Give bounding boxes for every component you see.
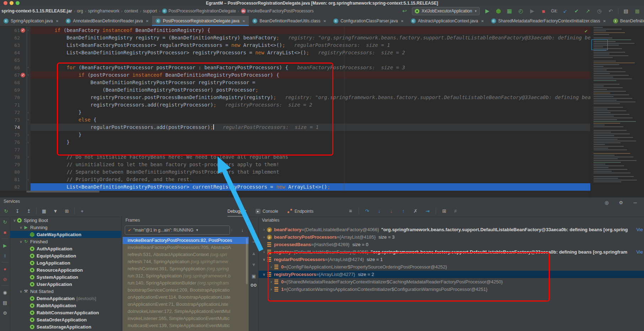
breadcrumb-item[interactable]: minvokeBeanFactoryPostProcessors <box>240 9 315 13</box>
editor-gutter[interactable]: 65 <box>0 56 31 64</box>
code-text[interactable]: if (beanFactory instanceof BeanDefinitio… <box>31 27 591 34</box>
chevron-expand-icon[interactable]: ∨ <box>12 218 17 222</box>
layout-icon[interactable]: ▤ <box>1 299 9 306</box>
view-breakpoints-icon[interactable]: ⊘ <box>1 275 9 283</box>
tab-close-icon[interactable]: ✕ <box>401 19 403 23</box>
tree-row[interactable]: RabbitConsumerApplication <box>10 309 121 316</box>
fold-marker-icon[interactable]: ▿ <box>27 27 29 34</box>
code-line[interactable]: 78▿ // Do not initialize FactoryBeans he… <box>0 153 591 161</box>
code-line[interactable]: 66▿ for (BeanFactoryPostProcessor postPr… <box>0 64 591 71</box>
collapse-all-icon[interactable]: ↥ <box>25 207 33 215</box>
fold-marker-icon[interactable]: ▿ <box>27 153 29 161</box>
code-line[interactable]: 73▿ else { <box>0 116 591 124</box>
tree-row[interactable]: GateWayApplication <box>10 231 121 238</box>
code-line[interactable]: 64 List<BeanDefinitionRegistryPostProces… <box>0 49 591 56</box>
code-line[interactable]: 76▵ } <box>0 139 591 146</box>
tab-endpoints[interactable]: Endpoints <box>288 206 313 217</box>
frame-row[interactable]: run:140, SpringApplicationBuilder (org.s… <box>123 280 249 287</box>
code-line[interactable]: 63 List<BeanFactoryPostProcessor> regula… <box>0 42 591 49</box>
resume-icon[interactable]: ▶ <box>1 242 9 249</box>
fold-marker-icon[interactable]: ▵ <box>27 109 29 116</box>
chevron-expand-icon[interactable]: ∨ <box>261 257 267 261</box>
group-by-icon[interactable]: ▦ <box>40 207 48 215</box>
git-update-icon[interactable]: ↙ <box>561 7 569 15</box>
show-watches-icon[interactable]: OO <box>251 283 257 287</box>
variable-row[interactable]: ›0 = {SharedMetadataReaderFactoryContext… <box>258 278 644 286</box>
code-lines[interactable]: 61✓▿ if (beanFactory instanceof BeanDefi… <box>0 27 591 191</box>
tab-console[interactable]: ▸Console <box>256 206 278 217</box>
editor-gutter[interactable]: 70 <box>0 94 31 101</box>
code-text[interactable]: } <box>31 139 591 146</box>
variable-row[interactable]: ›0 = {ConfigFileApplicationListener$Prop… <box>258 263 644 271</box>
code-line[interactable]: 79 // uninitialized to let the bean fact… <box>0 161 591 168</box>
tab-close-icon[interactable]: ✕ <box>481 19 484 23</box>
tab-configurationclassparser-java[interactable]: CConfigurationClassParser.java✕ <box>330 16 407 26</box>
tree-row[interactable]: ∨↻Finished <box>10 238 121 245</box>
variable-row[interactable]: ›registry = {DefaultListableBeanFactory@… <box>258 248 644 256</box>
code-line[interactable]: 72▵ } <box>0 109 591 116</box>
minimap-viewport[interactable] <box>591 39 608 50</box>
code-line[interactable]: 65 <box>0 56 591 64</box>
code-line[interactable]: 77 <box>0 146 591 153</box>
editor-gutter[interactable]: 69 <box>0 86 31 94</box>
code-text[interactable]: // Do not initialize FactoryBeans here: … <box>31 153 591 161</box>
debug-bug-icon[interactable] <box>495 7 502 15</box>
code-text[interactable]: List<BeanDefinitionRegistryPostProcessor… <box>31 49 591 56</box>
variable-row[interactable]: ›pbeanFactory = {DefaultListableBeanFact… <box>258 226 644 233</box>
editor-gutter[interactable]: 75▵ <box>0 131 31 139</box>
code-text[interactable]: registryProcessor.postProcessBeanDefinit… <box>31 94 591 101</box>
profiler-icon[interactable]: ◴ <box>517 7 525 15</box>
editor-gutter[interactable]: 79 <box>0 161 31 168</box>
rerun-icon[interactable]: ↻ <box>1 218 9 226</box>
coverage-icon[interactable]: ▦ <box>505 7 513 15</box>
chevron-collapsed-icon[interactable]: › <box>261 235 267 239</box>
code-text[interactable]: registryProcessors.add(registryProcessor… <box>31 101 591 109</box>
up-arrow-icon[interactable]: ↑ <box>228 226 236 234</box>
editor-gutter[interactable]: 72▵ <box>0 109 31 116</box>
code-line[interactable]: 68 BeanDefinitionRegistryPostProcessor r… <box>0 79 591 86</box>
step-over-icon[interactable]: ↷ <box>363 207 371 215</box>
variable-row[interactable]: ›1 = {ConfigurationWarningsApplicationCo… <box>258 286 644 293</box>
editor-gutter[interactable]: 68 <box>0 79 31 86</box>
tab-springapplication-java[interactable]: CSpringApplication.java✕ <box>0 16 62 26</box>
tab-abstractapplicationcontext-java[interactable]: CAbstractApplicationContext.java✕ <box>407 16 488 26</box>
editor-gutter[interactable]: 66▿ <box>0 64 31 71</box>
hide-icon[interactable]: ─ <box>631 199 639 206</box>
editor-gutter[interactable]: 62 <box>0 34 31 42</box>
tree-row[interactable]: ∨⚒Not Started <box>10 288 121 295</box>
tab-close-icon[interactable]: ✕ <box>242 19 245 23</box>
stop-icon[interactable]: ■ <box>1 228 9 236</box>
move-down-icon[interactable]: ▼ <box>250 261 258 268</box>
force-step-into-icon[interactable]: ↓ <box>387 207 395 215</box>
mute-breakpoints-icon[interactable]: ● <box>1 265 9 273</box>
tree-row[interactable]: SeataStorageApplication <box>10 323 121 330</box>
chevron-collapsed-icon[interactable]: › <box>261 228 267 232</box>
code-line[interactable]: 82 List<BeanDefinitionRegistryPostProces… <box>0 183 591 191</box>
breadcrumb-item[interactable]: support <box>142 9 158 13</box>
editor-gutter[interactable]: 64 <box>0 49 31 56</box>
services-tree[interactable]: ∨Spring Boot∨▶RunningGateWayApplication∨… <box>10 217 121 331</box>
variable-row[interactable]: processedBeans = {HashSet@4269}size = 0 <box>258 241 644 248</box>
chevron-expand-icon[interactable]: ∨ <box>18 226 23 229</box>
code-text[interactable]: List<BeanFactoryPostProcessor> regularPo… <box>31 42 591 49</box>
editor-gutter[interactable]: 61✓▿ <box>0 27 31 34</box>
step-out-icon[interactable]: ↑ <box>399 207 407 215</box>
frame-row[interactable]: refresh:531, AbstractApplicationContext … <box>123 251 249 258</box>
code-text[interactable]: for (BeanFactoryPostProcessor postProces… <box>31 64 591 71</box>
editor-gutter[interactable]: 77 <box>0 146 31 153</box>
code-text[interactable]: if (postProcessor instanceof BeanDefinit… <box>31 71 591 79</box>
tree-row[interactable]: UserApplication <box>10 281 121 288</box>
frame-row[interactable]: run:312, SpringApplication (org.springfr… <box>123 272 249 280</box>
tab-postprocessorregistrationdelegate-java[interactable]: CPostProcessorRegistrationDelegate.java✕ <box>152 16 249 26</box>
code-text[interactable]: // uninitialized to let the bean factory… <box>31 161 591 168</box>
add-icon[interactable]: + <box>78 207 86 215</box>
fold-marker-icon[interactable]: ▿ <box>27 116 29 124</box>
code-text[interactable] <box>31 146 591 153</box>
editor-gutter[interactable]: 80 <box>0 168 31 176</box>
editor-gutter[interactable]: 82 <box>0 183 31 191</box>
tree-row[interactable]: SeataOrderApplication <box>10 316 121 323</box>
code-text[interactable]: // Separate between BeanDefinitionRegist… <box>31 168 591 176</box>
editor-minimap[interactable] <box>590 26 644 197</box>
gear-icon[interactable]: ⚙ <box>617 199 625 206</box>
breakpoint-icon[interactable]: ✓ <box>21 73 25 77</box>
